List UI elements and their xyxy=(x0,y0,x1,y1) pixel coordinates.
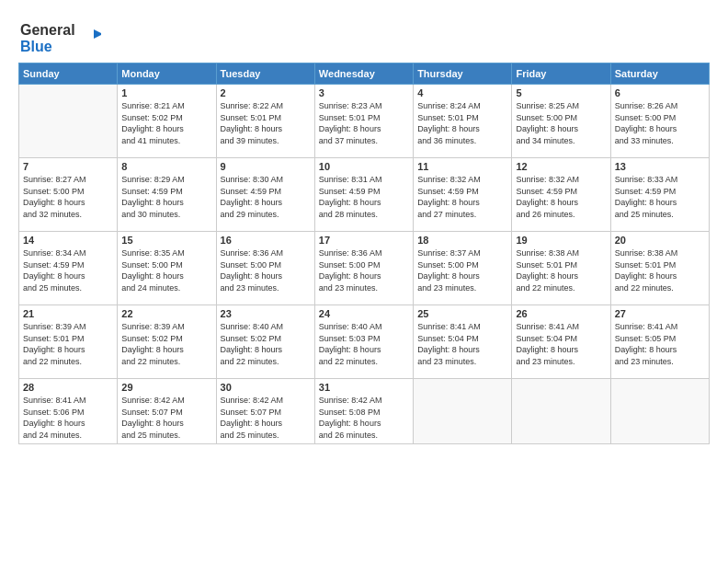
day-info: Sunrise: 8:41 AM Sunset: 5:05 PM Dayligh… xyxy=(615,321,705,367)
day-info: Sunrise: 8:39 AM Sunset: 5:02 PM Dayligh… xyxy=(121,321,211,367)
day-info: Sunrise: 8:29 AM Sunset: 4:59 PM Dayligh… xyxy=(121,174,211,220)
calendar-cell: 29Sunrise: 8:42 AM Sunset: 5:07 PM Dayli… xyxy=(118,379,216,444)
day-info: Sunrise: 8:37 AM Sunset: 5:00 PM Dayligh… xyxy=(417,247,507,293)
day-number: 25 xyxy=(417,308,507,319)
day-info: Sunrise: 8:32 AM Sunset: 4:59 PM Dayligh… xyxy=(417,174,507,220)
calendar-cell: 7Sunrise: 8:27 AM Sunset: 5:00 PM Daylig… xyxy=(19,158,118,232)
calendar-cell: 20Sunrise: 8:38 AM Sunset: 5:01 PM Dayli… xyxy=(610,232,709,305)
day-number: 21 xyxy=(23,308,113,319)
day-info: Sunrise: 8:38 AM Sunset: 5:01 PM Dayligh… xyxy=(615,247,705,293)
calendar-cell: 13Sunrise: 8:33 AM Sunset: 4:59 PM Dayli… xyxy=(610,158,709,232)
day-info: Sunrise: 8:42 AM Sunset: 5:08 PM Dayligh… xyxy=(319,395,409,441)
day-number: 28 xyxy=(23,382,113,393)
calendar-cell: 18Sunrise: 8:37 AM Sunset: 5:00 PM Dayli… xyxy=(414,232,512,305)
calendar-cell: 23Sunrise: 8:40 AM Sunset: 5:02 PM Dayli… xyxy=(216,305,314,379)
day-info: Sunrise: 8:40 AM Sunset: 5:03 PM Dayligh… xyxy=(319,321,409,367)
day-number: 22 xyxy=(121,308,211,319)
calendar-cell: 24Sunrise: 8:40 AM Sunset: 5:03 PM Dayli… xyxy=(314,305,413,379)
day-info: Sunrise: 8:42 AM Sunset: 5:07 PM Dayligh… xyxy=(221,395,311,441)
day-number: 27 xyxy=(615,308,705,319)
weekday-header: Monday xyxy=(118,63,216,85)
calendar-cell: 25Sunrise: 8:41 AM Sunset: 5:04 PM Dayli… xyxy=(414,305,512,379)
calendar-cell: 5Sunrise: 8:25 AM Sunset: 5:00 PM Daylig… xyxy=(512,85,610,158)
day-info: Sunrise: 8:25 AM Sunset: 5:00 PM Dayligh… xyxy=(516,100,606,146)
calendar-cell: 21Sunrise: 8:39 AM Sunset: 5:01 PM Dayli… xyxy=(19,305,118,379)
svg-marker-1 xyxy=(94,29,101,39)
day-number: 31 xyxy=(319,382,409,393)
svg-text:General: General xyxy=(20,22,75,38)
day-number: 20 xyxy=(615,235,705,246)
day-info: Sunrise: 8:33 AM Sunset: 4:59 PM Dayligh… xyxy=(615,174,705,220)
day-info: Sunrise: 8:26 AM Sunset: 5:00 PM Dayligh… xyxy=(615,100,705,146)
day-info: Sunrise: 8:38 AM Sunset: 5:01 PM Dayligh… xyxy=(516,247,606,293)
calendar-cell: 19Sunrise: 8:38 AM Sunset: 5:01 PM Dayli… xyxy=(512,232,610,305)
calendar-cell: 22Sunrise: 8:39 AM Sunset: 5:02 PM Dayli… xyxy=(118,305,216,379)
calendar-cell: 16Sunrise: 8:36 AM Sunset: 5:00 PM Dayli… xyxy=(216,232,314,305)
day-info: Sunrise: 8:24 AM Sunset: 5:01 PM Dayligh… xyxy=(417,100,507,146)
day-info: Sunrise: 8:41 AM Sunset: 5:06 PM Dayligh… xyxy=(23,395,113,441)
day-number: 16 xyxy=(221,235,311,246)
day-info: Sunrise: 8:40 AM Sunset: 5:02 PM Dayligh… xyxy=(221,321,311,367)
day-info: Sunrise: 8:41 AM Sunset: 5:04 PM Dayligh… xyxy=(417,321,507,367)
day-number: 29 xyxy=(121,382,211,393)
calendar-cell xyxy=(512,379,610,444)
calendar-week-row: 1Sunrise: 8:21 AM Sunset: 5:02 PM Daylig… xyxy=(19,85,710,158)
day-number: 6 xyxy=(615,87,705,98)
day-number: 11 xyxy=(417,161,507,172)
day-info: Sunrise: 8:32 AM Sunset: 4:59 PM Dayligh… xyxy=(516,174,606,220)
calendar-week-row: 14Sunrise: 8:34 AM Sunset: 4:59 PM Dayli… xyxy=(19,232,710,305)
calendar-cell: 12Sunrise: 8:32 AM Sunset: 4:59 PM Dayli… xyxy=(512,158,610,232)
weekday-header: Wednesday xyxy=(314,63,413,85)
day-number: 30 xyxy=(221,382,311,393)
day-info: Sunrise: 8:36 AM Sunset: 5:00 PM Dayligh… xyxy=(319,247,409,293)
calendar-cell: 3Sunrise: 8:23 AM Sunset: 5:01 PM Daylig… xyxy=(314,85,413,158)
day-info: Sunrise: 8:27 AM Sunset: 5:00 PM Dayligh… xyxy=(23,174,113,220)
day-number: 12 xyxy=(516,161,606,172)
day-number: 15 xyxy=(121,235,211,246)
day-info: Sunrise: 8:35 AM Sunset: 5:00 PM Dayligh… xyxy=(121,247,211,293)
weekday-header: Tuesday xyxy=(216,63,314,85)
calendar-cell: 10Sunrise: 8:31 AM Sunset: 4:59 PM Dayli… xyxy=(314,158,413,232)
calendar-cell: 31Sunrise: 8:42 AM Sunset: 5:08 PM Dayli… xyxy=(314,379,413,444)
day-info: Sunrise: 8:36 AM Sunset: 5:00 PM Dayligh… xyxy=(221,247,311,293)
calendar-week-row: 28Sunrise: 8:41 AM Sunset: 5:06 PM Dayli… xyxy=(19,379,710,444)
calendar-cell: 28Sunrise: 8:41 AM Sunset: 5:06 PM Dayli… xyxy=(19,379,118,444)
day-number: 9 xyxy=(221,161,311,172)
weekday-header: Saturday xyxy=(610,63,709,85)
calendar-cell xyxy=(19,85,118,158)
calendar-cell: 9Sunrise: 8:30 AM Sunset: 4:59 PM Daylig… xyxy=(216,158,314,232)
day-number: 4 xyxy=(417,87,507,98)
calendar-cell: 15Sunrise: 8:35 AM Sunset: 5:00 PM Dayli… xyxy=(118,232,216,305)
day-number: 24 xyxy=(319,308,409,319)
day-number: 5 xyxy=(516,87,606,98)
calendar-cell: 26Sunrise: 8:41 AM Sunset: 5:04 PM Dayli… xyxy=(512,305,610,379)
day-number: 14 xyxy=(23,235,113,246)
weekday-header: Sunday xyxy=(19,63,118,85)
day-info: Sunrise: 8:21 AM Sunset: 5:02 PM Dayligh… xyxy=(121,100,211,146)
calendar-cell xyxy=(610,379,709,444)
day-number: 10 xyxy=(319,161,409,172)
logo: General Blue xyxy=(18,17,101,55)
calendar-cell: 8Sunrise: 8:29 AM Sunset: 4:59 PM Daylig… xyxy=(118,158,216,232)
calendar-table: SundayMondayTuesdayWednesdayThursdayFrid… xyxy=(18,63,710,444)
day-info: Sunrise: 8:30 AM Sunset: 4:59 PM Dayligh… xyxy=(221,174,311,220)
calendar-week-row: 7Sunrise: 8:27 AM Sunset: 5:00 PM Daylig… xyxy=(19,158,710,232)
page: General Blue SundayMondayTuesdayWednesda… xyxy=(0,0,728,563)
calendar-cell: 4Sunrise: 8:24 AM Sunset: 5:01 PM Daylig… xyxy=(414,85,512,158)
day-number: 23 xyxy=(221,308,311,319)
day-number: 3 xyxy=(319,87,409,98)
logo-svg: General Blue xyxy=(18,17,101,55)
calendar-cell: 27Sunrise: 8:41 AM Sunset: 5:05 PM Dayli… xyxy=(610,305,709,379)
header: General Blue xyxy=(18,17,710,55)
day-number: 2 xyxy=(221,87,311,98)
calendar-cell: 2Sunrise: 8:22 AM Sunset: 5:01 PM Daylig… xyxy=(216,85,314,158)
day-number: 7 xyxy=(23,161,113,172)
svg-text:Blue: Blue xyxy=(20,39,52,54)
calendar-cell: 1Sunrise: 8:21 AM Sunset: 5:02 PM Daylig… xyxy=(118,85,216,158)
day-number: 13 xyxy=(615,161,705,172)
calendar-cell: 11Sunrise: 8:32 AM Sunset: 4:59 PM Dayli… xyxy=(414,158,512,232)
day-number: 1 xyxy=(121,87,211,98)
day-info: Sunrise: 8:23 AM Sunset: 5:01 PM Dayligh… xyxy=(319,100,409,146)
day-info: Sunrise: 8:41 AM Sunset: 5:04 PM Dayligh… xyxy=(516,321,606,367)
day-number: 19 xyxy=(516,235,606,246)
